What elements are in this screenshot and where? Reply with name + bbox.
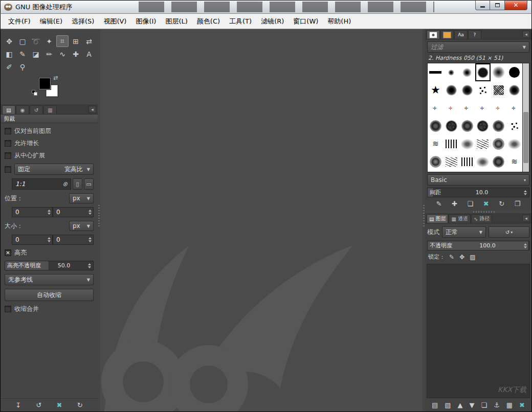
merge-layer-icon[interactable]: ▦ bbox=[506, 402, 513, 408]
clear-icon[interactable]: ⊗ bbox=[62, 180, 68, 188]
brush-scratch[interactable] bbox=[444, 153, 459, 171]
spin-down-icon[interactable] bbox=[88, 266, 91, 268]
tab-fonts[interactable]: Aa bbox=[454, 30, 468, 39]
fuzzy-select-tool[interactable]: ✦ bbox=[43, 35, 55, 47]
aspect-ratio-input[interactable]: 1:1 ⊗ bbox=[12, 178, 71, 190]
menu-edit[interactable]: 编辑(E) bbox=[35, 17, 67, 26]
tab-undo-history[interactable]: ↺ bbox=[30, 105, 43, 114]
tab-brushes[interactable] bbox=[427, 30, 440, 39]
brush-texture[interactable] bbox=[428, 153, 444, 171]
menu-windows[interactable]: 窗口(W) bbox=[289, 17, 323, 26]
dock-menu-button[interactable]: ◂ bbox=[522, 31, 530, 38]
brush-star[interactable]: ★ bbox=[428, 81, 444, 99]
size-unit-combo[interactable]: px ▼ bbox=[69, 221, 94, 231]
spin-down-icon[interactable] bbox=[88, 240, 92, 242]
text-tool[interactable]: A bbox=[83, 48, 95, 60]
brush-spacing-slider[interactable]: 间距 10.0 bbox=[427, 188, 529, 197]
spinner-arrows[interactable] bbox=[48, 237, 51, 242]
spinner-arrows[interactable] bbox=[88, 210, 92, 215]
layer-mode-combo[interactable]: 正常 ▼ bbox=[442, 226, 486, 238]
layers-list[interactable]: KKX下载 bbox=[427, 264, 530, 398]
menu-colors[interactable]: 颜色(C) bbox=[192, 17, 225, 26]
spin-up-icon[interactable] bbox=[48, 210, 51, 212]
spinner-arrows[interactable] bbox=[48, 210, 51, 215]
transform-tool[interactable]: ⊞ bbox=[70, 35, 82, 47]
bucket-fill-tool[interactable]: ◧ bbox=[3, 48, 15, 60]
brush-smoke[interactable] bbox=[506, 135, 522, 153]
delete-brush-icon[interactable]: ✖ bbox=[483, 200, 489, 207]
spinner-arrows[interactable] bbox=[88, 263, 91, 268]
ink-tool[interactable]: ✎ bbox=[16, 48, 29, 60]
shrink-merged-checkbox[interactable] bbox=[5, 306, 11, 312]
lock-pixels-icon[interactable]: ✎ bbox=[449, 254, 454, 260]
guides-combo[interactable]: 无参考线 ▼ bbox=[5, 274, 94, 285]
spin-up-icon[interactable] bbox=[48, 237, 51, 239]
flip-tool[interactable]: ⇄ bbox=[83, 35, 95, 47]
duplicate-brush-icon[interactable]: ❏ bbox=[468, 200, 474, 207]
menu-image[interactable]: 图像(I) bbox=[131, 17, 161, 26]
spin-up-icon[interactable] bbox=[88, 237, 92, 239]
portrait-orientation-button[interactable]: ▯ bbox=[73, 178, 82, 190]
brush-cell[interactable] bbox=[428, 117, 444, 135]
spin-down-icon[interactable] bbox=[48, 213, 51, 215]
lock-alpha-icon[interactable]: ▨ bbox=[470, 254, 475, 260]
spinner-arrows[interactable] bbox=[88, 237, 92, 242]
brush-hatch[interactable] bbox=[459, 153, 475, 171]
menu-file[interactable]: 文件(F) bbox=[4, 17, 35, 26]
open-brush-as-image-icon[interactable]: ❐ bbox=[515, 200, 521, 207]
dock-menu-button[interactable]: ◂ bbox=[88, 106, 96, 113]
spinner-arrows[interactable] bbox=[524, 190, 527, 195]
brush-sponge[interactable] bbox=[475, 117, 491, 135]
fixed-checkbox[interactable] bbox=[5, 166, 11, 173]
brush-solid[interactable] bbox=[506, 63, 522, 81]
save-tool-preset-icon[interactable]: ↧ bbox=[15, 402, 21, 408]
brush-tag-combo[interactable]: Basic ▾ bbox=[427, 174, 529, 186]
tab-channels[interactable]: ▦ 通道 bbox=[449, 214, 470, 223]
anchor-layer-icon[interactable]: ⚓ bbox=[494, 402, 500, 408]
brush-smoke[interactable] bbox=[475, 153, 491, 171]
brush-cell[interactable] bbox=[459, 117, 475, 135]
duplicate-layer-icon[interactable]: ❏ bbox=[481, 402, 487, 408]
free-select-tool[interactable]: ➰ bbox=[30, 35, 42, 47]
menu-layer[interactable]: 图层(L) bbox=[161, 17, 192, 26]
brush-dots[interactable] bbox=[506, 117, 522, 135]
brush-smoke[interactable] bbox=[459, 135, 475, 153]
brush-sparkle[interactable]: ✛ bbox=[475, 99, 491, 117]
brush-scribble[interactable]: ≋ bbox=[428, 135, 444, 153]
delete-layer-icon[interactable]: ✖ bbox=[519, 402, 525, 408]
expand-from-center-checkbox[interactable] bbox=[5, 152, 11, 159]
landscape-orientation-button[interactable]: ▭ bbox=[84, 178, 94, 190]
move-tool[interactable]: ✥ bbox=[3, 35, 15, 47]
new-brush-icon[interactable]: ✚ bbox=[452, 200, 457, 207]
fixed-aspect-combo[interactable]: 固定 宽高比 ▼ bbox=[14, 164, 94, 175]
color-picker-tool[interactable]: ✐ bbox=[3, 61, 15, 73]
spin-down-icon[interactable] bbox=[48, 240, 51, 242]
tab-paths[interactable]: ∿ 路径 bbox=[471, 214, 492, 223]
brush-sparkle-red[interactable]: ✛ bbox=[491, 99, 506, 117]
brush-line[interactable] bbox=[428, 63, 444, 81]
brush-texture[interactable] bbox=[491, 135, 506, 153]
spin-down-icon[interactable] bbox=[88, 213, 92, 215]
tab-patterns[interactable] bbox=[440, 30, 454, 39]
current-layer-only-checkbox[interactable] bbox=[5, 128, 11, 134]
spin-down-icon[interactable] bbox=[524, 193, 527, 195]
foreground-color-swatch[interactable] bbox=[39, 78, 51, 89]
highlight-opacity-slider[interactable]: 高亮不透明度 50.0 bbox=[5, 261, 94, 270]
rectangle-select-tool[interactable]: ▢ bbox=[16, 35, 29, 47]
position-x-input[interactable]: 0 bbox=[12, 207, 53, 217]
eraser-tool[interactable]: ◪ bbox=[30, 48, 42, 60]
brush-hatch[interactable] bbox=[444, 135, 459, 153]
allow-growing-checkbox[interactable] bbox=[5, 140, 11, 147]
brush-sparkle-red[interactable]: ✛ bbox=[444, 99, 459, 117]
lower-layer-icon[interactable]: ▼ bbox=[470, 402, 475, 408]
brush-scrollbar[interactable] bbox=[523, 63, 529, 172]
tab-pointer[interactable]: ▥ bbox=[43, 105, 57, 114]
raise-layer-icon[interactable]: ▲ bbox=[458, 402, 463, 408]
airbrush-tool[interactable]: ✏ bbox=[43, 48, 55, 60]
brush-soft-s[interactable] bbox=[444, 63, 459, 81]
brush-fuzzy[interactable] bbox=[444, 81, 459, 99]
menu-view[interactable]: 视图(V) bbox=[99, 17, 131, 26]
menu-select[interactable]: 选择(S) bbox=[67, 17, 99, 26]
minimize-button[interactable] bbox=[475, 1, 490, 10]
close-button[interactable]: ✕ bbox=[504, 1, 527, 10]
